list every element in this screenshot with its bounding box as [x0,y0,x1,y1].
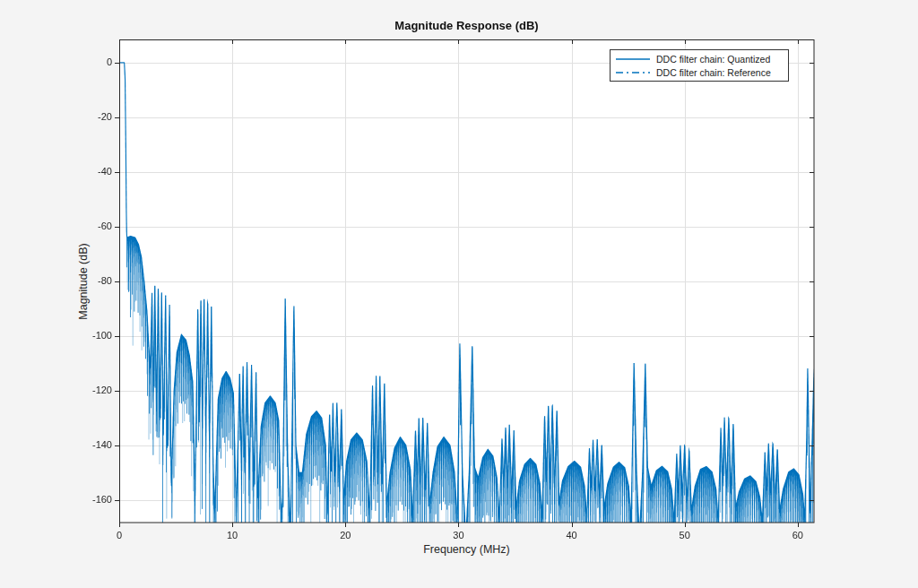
y-tick-label: 0 [64,56,112,67]
x-tick-label: 10 [227,530,238,540]
legend-item-reference[interactable]: DDC filter chain: Reference [615,65,784,79]
x-tick-label: 40 [566,530,576,540]
x-tick-label: 50 [680,530,690,540]
x-tick-label: 0 [117,530,122,540]
x-tick-label: 60 [792,530,803,540]
y-tick-label: -140 [64,439,112,450]
x-axis-label: Frequency (MHz) [119,543,814,556]
y-tick-label: -60 [64,220,112,231]
legend-item-quantized[interactable]: DDC filter chain: Quantized [615,52,784,65]
legend-item-label: DDC filter chain: Quantized [656,54,770,65]
chart-canvas[interactable] [108,29,825,539]
legend[interactable]: DDC filter chain: QuantizedDDC filter ch… [610,49,789,82]
y-tick-label: -20 [64,111,112,122]
x-tick-label: 30 [453,530,463,540]
legend-item-label: DDC filter chain: Reference [656,67,771,78]
y-tick-label: -40 [64,166,112,177]
legend-line-dashdot-icon [615,68,651,77]
plot-title: Magnitude Response (dB) [119,19,814,32]
legend-line-solid-icon [615,55,651,64]
y-tick-label: -160 [64,494,112,505]
y-tick-label: -120 [64,385,112,395]
x-tick-label: 20 [340,530,351,540]
y-tick-label: -100 [64,330,112,341]
matlab-figure: Magnitude Response (dB) Frequency (MHz) … [0,0,918,588]
y-tick-label: -80 [64,275,112,286]
